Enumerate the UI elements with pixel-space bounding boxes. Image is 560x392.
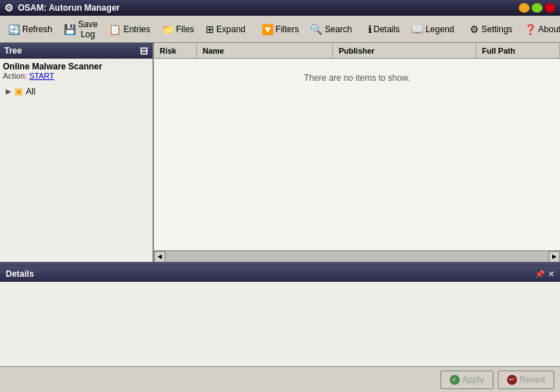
scanner-info: Online Malware Scanner Action: START	[3, 62, 150, 80]
tree-item-all-label: All	[26, 87, 35, 97]
folder-icon: ▣	[14, 86, 23, 97]
revert-icon: ↩	[507, 375, 517, 385]
legend-icon: 📖	[411, 24, 423, 35]
details-header-label: Details	[6, 269, 34, 279]
details-pin-icon[interactable]: 📌	[535, 270, 545, 279]
content-area: There are no items to show.	[154, 59, 560, 250]
app-icon: ⚙	[4, 2, 14, 14]
refresh-label: Refresh	[22, 24, 52, 34]
files-button[interactable]: 📁 Files	[157, 19, 199, 40]
tree-header-label: Tree	[4, 46, 22, 56]
entries-label: Entries	[123, 24, 150, 34]
files-icon: 📁	[162, 24, 174, 35]
filters-button[interactable]: 🔽 Filters	[256, 19, 304, 40]
close-button[interactable]	[544, 3, 556, 13]
horizontal-scrollbar[interactable]: ◀ ▶	[154, 250, 560, 262]
action-prefix: Action:	[3, 72, 27, 80]
expand-label: Expand	[216, 24, 246, 34]
no-items-message: There are no items to show.	[304, 73, 410, 83]
files-label: Files	[176, 24, 194, 34]
scanner-start-link[interactable]: START	[29, 72, 54, 80]
details-panel: Details 📌 ✕	[0, 266, 560, 366]
scroll-track[interactable]	[165, 251, 549, 262]
details-label: Details	[374, 24, 400, 34]
scroll-left-button[interactable]: ◀	[154, 251, 165, 263]
apply-label: Apply	[463, 375, 484, 385]
scanner-label: Online Malware Scanner	[3, 62, 150, 72]
save-log-icon: 💾	[64, 24, 76, 35]
main-area: Tree ⊟ Online Malware Scanner Action: ST…	[0, 43, 560, 262]
tree-collapse-icon[interactable]: ⊟	[140, 45, 148, 57]
app-window: ⚙ OSAM: Autorun Manager 🔄 Refresh 💾 Save…	[0, 0, 560, 392]
save-log-button[interactable]: 💾 Save Log	[59, 19, 102, 40]
legend-button[interactable]: 📖 Legend	[406, 19, 459, 40]
tree-content: Online Malware Scanner Action: START ▶ ▣…	[0, 59, 153, 262]
window-controls	[518, 3, 556, 13]
filters-icon: 🔽	[261, 24, 274, 35]
refresh-icon: 🔄	[8, 24, 20, 35]
about-label: About	[539, 24, 560, 34]
scroll-right-button[interactable]: ▶	[549, 251, 560, 263]
title-bar: ⚙ OSAM: Autorun Manager	[0, 0, 560, 16]
apply-icon: ✓	[450, 375, 460, 385]
content-panel: Risk Name Publisher Full Path There are …	[154, 43, 560, 262]
tree-panel-header: Tree ⊟	[0, 43, 153, 59]
legend-label: Legend	[425, 24, 454, 34]
refresh-button[interactable]: 🔄 Refresh	[3, 19, 57, 40]
filters-label: Filters	[276, 24, 299, 34]
app-title: OSAM: Autorun Manager	[18, 3, 518, 13]
search-icon: 🔍	[310, 24, 322, 35]
entries-icon: 📋	[109, 24, 121, 35]
about-button[interactable]: ❓ About	[519, 19, 560, 40]
settings-icon: ⚙	[470, 24, 479, 35]
column-headers: Risk Name Publisher Full Path	[154, 43, 560, 59]
expand-button[interactable]: ⊞ Expand	[201, 19, 251, 40]
search-button[interactable]: 🔍 Search	[305, 19, 357, 40]
maximize-button[interactable]	[531, 3, 543, 13]
details-content	[0, 282, 560, 366]
details-header-controls: 📌 ✕	[535, 270, 554, 279]
revert-label: Revert	[520, 375, 545, 385]
col-header-publisher[interactable]: Publisher	[333, 43, 476, 58]
tree-item-all[interactable]: ▶ ▣ All	[3, 84, 150, 98]
scanner-action-line: Action: START	[3, 72, 150, 80]
save-log-label: Save Log	[78, 19, 97, 39]
details-button[interactable]: ℹ Details	[363, 19, 405, 40]
minimize-button[interactable]	[518, 3, 530, 13]
panels-container: Tree ⊟ Online Malware Scanner Action: ST…	[0, 43, 560, 392]
expand-icon: ⊞	[206, 24, 214, 35]
expand-arrow-icon: ▶	[6, 87, 11, 95]
revert-button[interactable]: ↩ Revert	[498, 371, 554, 389]
about-icon: ❓	[524, 24, 536, 35]
col-header-fullpath[interactable]: Full Path	[476, 43, 560, 58]
details-close-icon[interactable]: ✕	[548, 270, 554, 279]
entries-button[interactable]: 📋 Entries	[104, 19, 155, 40]
search-label: Search	[324, 24, 352, 34]
details-icon: ℹ	[368, 24, 372, 35]
apply-button[interactable]: ✓ Apply	[440, 371, 493, 389]
settings-button[interactable]: ⚙ Settings	[465, 19, 517, 40]
col-header-risk[interactable]: Risk	[154, 43, 197, 58]
settings-label: Settings	[481, 24, 512, 34]
toolbar: 🔄 Refresh 💾 Save Log 📋 Entries 📁 Files ⊞…	[0, 16, 560, 43]
col-header-name[interactable]: Name	[197, 43, 333, 58]
bottom-bar: ✓ Apply ↩ Revert	[0, 366, 560, 392]
details-panel-header: Details 📌 ✕	[0, 266, 560, 282]
tree-panel: Tree ⊟ Online Malware Scanner Action: ST…	[0, 43, 154, 262]
